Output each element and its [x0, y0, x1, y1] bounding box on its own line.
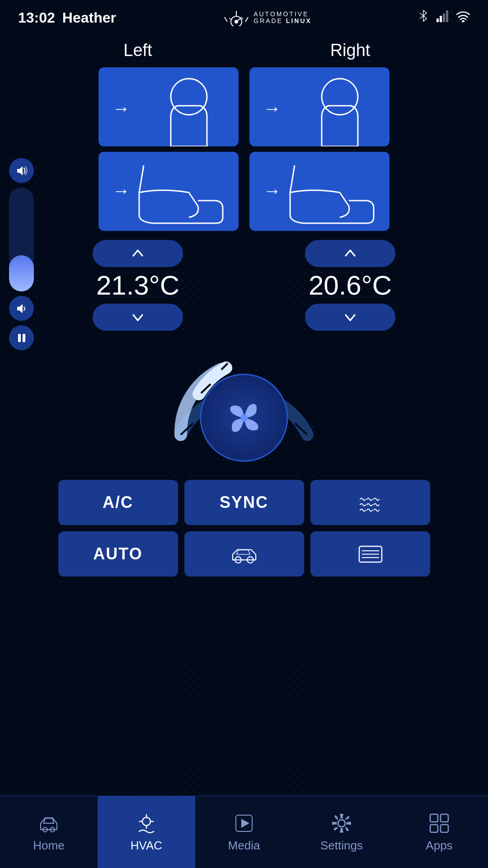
right-seat-lower-button[interactable]: →: [249, 152, 389, 231]
heat-rear-button[interactable]: [310, 531, 430, 577]
wifi-icon: [456, 10, 470, 25]
main-content: Left Right →: [0, 32, 488, 796]
svg-rect-54: [441, 825, 448, 832]
svg-rect-52: [441, 814, 448, 822]
fan-icon: [224, 398, 264, 438]
left-label: Left: [68, 41, 208, 60]
temperature-controls: 21.3°C 20.6°C: [32, 240, 456, 331]
svg-rect-13: [446, 10, 448, 22]
svg-line-8: [420, 13, 423, 16]
nav-hvac-label: HVAC: [131, 839, 162, 853]
grid-icon: [427, 812, 451, 835]
right-label: Right: [280, 41, 420, 60]
sync-button[interactable]: SYNC: [184, 480, 304, 525]
nav-home-label: Home: [33, 839, 64, 853]
pause-button[interactable]: [9, 325, 34, 350]
svg-line-3: [245, 17, 248, 22]
right-temp-down-button[interactable]: [305, 304, 395, 331]
ac-button[interactable]: A/C: [58, 480, 178, 525]
fan-center-button[interactable]: [200, 374, 288, 462]
nav-home[interactable]: Home: [0, 796, 98, 868]
volume-slider[interactable]: [9, 188, 34, 291]
nav-media-label: Media: [228, 839, 260, 853]
action-row-2: AUTO: [32, 531, 456, 577]
airflow-button[interactable]: [184, 531, 304, 577]
left-temp-group: 21.3°C: [93, 240, 183, 331]
fan-dial[interactable]: [167, 344, 321, 462]
volume-up-icon[interactable]: [9, 158, 34, 183]
nav-settings-label: Settings: [320, 839, 363, 853]
svg-rect-17: [18, 334, 21, 342]
svg-rect-12: [443, 14, 445, 22]
nav-media[interactable]: Media: [195, 796, 293, 868]
left-seat-upper-button[interactable]: →: [99, 67, 239, 146]
right-temp-up-button[interactable]: [305, 240, 395, 267]
svg-rect-51: [430, 814, 438, 822]
left-temp-down-button[interactable]: [93, 304, 183, 331]
left-seat-column: → →: [99, 67, 239, 231]
svg-rect-11: [440, 16, 442, 22]
right-seat-upper-button[interactable]: →: [249, 67, 389, 146]
svg-line-9: [420, 16, 423, 19]
svg-rect-53: [430, 825, 438, 832]
svg-rect-10: [436, 19, 439, 22]
left-seat-lower-button[interactable]: →: [99, 152, 239, 231]
agl-logo-text1: AUTOMOTIVE: [253, 11, 309, 18]
gear-icon: [330, 812, 353, 835]
svg-text:→: →: [263, 99, 281, 118]
nav-hvac[interactable]: HVAC: [98, 796, 195, 868]
auto-button[interactable]: AUTO: [58, 531, 178, 577]
hvac-icon: [135, 812, 158, 835]
svg-point-23: [322, 79, 358, 115]
volume-fill: [9, 255, 34, 292]
left-temp-up-button[interactable]: [93, 240, 183, 267]
svg-marker-48: [241, 819, 249, 828]
fan-section: [32, 344, 456, 462]
svg-text:→: →: [112, 99, 130, 118]
agl-logo: AUTOMOTIVE GRADE LINUX: [223, 9, 312, 26]
svg-point-50: [338, 820, 345, 827]
svg-rect-18: [23, 334, 25, 342]
svg-line-29: [260, 363, 267, 370]
action-buttons: A/C SYNC: [32, 480, 456, 586]
music-icon: [232, 812, 256, 835]
signal-icon: [436, 10, 448, 25]
lr-header: Left Right: [32, 41, 456, 60]
agl-logo-icon: [223, 9, 250, 26]
bluetooth-icon: [418, 9, 428, 26]
nav-settings[interactable]: Settings: [293, 796, 390, 868]
nav-apps[interactable]: Apps: [390, 796, 488, 868]
volume-down-icon[interactable]: [9, 296, 34, 321]
right-temp-group: 20.6°C: [305, 240, 395, 331]
status-time: 13:02: [18, 9, 55, 26]
svg-line-2: [225, 17, 227, 22]
action-row-1: A/C SYNC: [32, 480, 456, 525]
svg-point-42: [142, 817, 150, 826]
nav-apps-label: Apps: [426, 839, 452, 853]
seat-grid: → →: [32, 67, 456, 231]
status-right: [418, 9, 470, 26]
right-temp-display: 20.6°C: [309, 270, 392, 301]
home-icon: [37, 812, 61, 835]
svg-text:→: →: [112, 181, 130, 201]
svg-point-20: [171, 79, 207, 115]
agl-logo-text2: GRADE LINUX: [253, 18, 312, 24]
app-container: 13:02 Heather AUTOMOTIVE GRADE LINUX: [0, 0, 488, 868]
svg-marker-16: [17, 304, 23, 313]
heat-front-button[interactable]: [310, 480, 430, 525]
svg-marker-15: [17, 166, 23, 175]
right-seat-column: → →: [249, 67, 389, 231]
status-user: Heather: [62, 9, 116, 26]
status-left: 13:02 Heather: [18, 9, 116, 26]
status-bar: 13:02 Heather AUTOMOTIVE GRADE LINUX: [0, 0, 488, 32]
left-temp-display: 21.3°C: [96, 270, 179, 301]
svg-text:→: →: [263, 181, 281, 201]
svg-point-14: [462, 21, 464, 22]
svg-point-32: [240, 414, 248, 422]
volume-control[interactable]: [9, 158, 34, 350]
bottom-nav: Home HVAC Media: [0, 796, 488, 868]
